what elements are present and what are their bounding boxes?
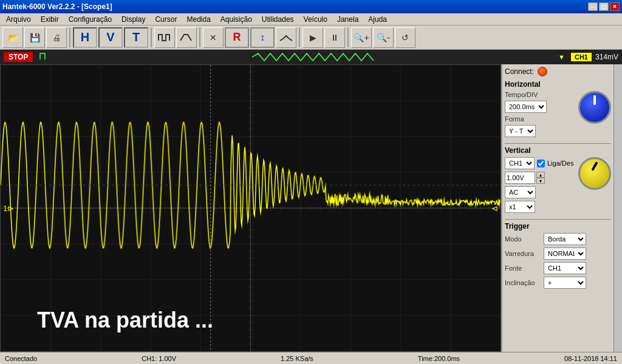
menu-medida[interactable]: Medida: [182, 14, 215, 25]
menu-arquivo[interactable]: Arquivo: [1, 14, 36, 25]
zoom-out-button[interactable]: 🔍-: [373, 27, 394, 48]
connect-area: Connect:: [505, 67, 611, 76]
menu-exibir[interactable]: Exibir: [36, 14, 64, 25]
divider-1: [505, 143, 611, 144]
tempo-div-row: Tempo/DIV: [505, 91, 576, 98]
menu-configuracao[interactable]: Configuração: [64, 14, 117, 25]
tempo-div-select-row: 200.0ms 100.0ms 50.0ms: [505, 101, 576, 113]
t-button[interactable]: T: [124, 27, 148, 48]
fonte-row: Fonte CH1 CH2 EXT: [505, 262, 611, 274]
math-button[interactable]: ✕: [203, 27, 224, 48]
horizontal-controls: Tempo/DIV 200.0ms 100.0ms 50.0ms Forma: [505, 91, 611, 140]
fonte-label: Fonte: [505, 265, 541, 272]
modo-select[interactable]: Borda Pulso Vídeo: [544, 233, 586, 245]
titlebar: Hantek-6000 Ver2.2.2 - [Scope1] ─ ◻ ✕: [0, 0, 622, 13]
main-content: 1⊳ ⊲ TVA na partida ... Connect: Horizon…: [0, 64, 622, 352]
statusbar-top: STOP ▼ CH1 314mV: [0, 50, 622, 64]
forma-select-row: Y - T X - Y: [505, 125, 576, 137]
tempo-div-select[interactable]: 200.0ms 100.0ms 50.0ms: [505, 101, 547, 113]
menu-display[interactable]: Display: [117, 14, 150, 25]
scope-annotation: TVA na partida ...: [37, 308, 213, 333]
trigger-marker: ▼: [558, 53, 565, 61]
separator-5: [347, 28, 349, 47]
forma-label: Forma: [505, 115, 541, 123]
menu-veiculo[interactable]: Veículo: [299, 14, 332, 25]
ch1-badge: CH1: [571, 53, 592, 61]
vertical-knob[interactable]: [578, 157, 611, 190]
minimize-button[interactable]: ─: [588, 2, 598, 11]
horizontal-section: Horizontal Tempo/DIV 200.0ms 100.0ms 50.…: [505, 80, 611, 140]
trigger-section: Trigger Modo Borda Pulso Vídeo Varredura…: [505, 222, 611, 289]
menu-ajuda[interactable]: Ajuda: [363, 14, 392, 25]
restore-button[interactable]: ◻: [599, 2, 609, 11]
liga-des-row: Liga/Des: [537, 160, 573, 167]
fonte-select[interactable]: CH1 CH2 EXT: [544, 262, 586, 274]
ramp-button[interactable]: [176, 27, 197, 48]
vertical-title: Vertical: [505, 146, 611, 155]
play-button[interactable]: ▶: [302, 27, 323, 48]
auto-scale-button[interactable]: ↺: [395, 27, 415, 48]
toolbar: 📂 💾 🖨 H V T ✕ R ↕ ▶ ⏸ 🔍+ 🔍- ↺: [0, 25, 622, 50]
forma-select[interactable]: Y - T X - Y: [505, 125, 536, 137]
horizontal-knob[interactable]: [578, 91, 611, 124]
save-button[interactable]: 💾: [24, 27, 45, 48]
scrollbar[interactable]: [613, 64, 622, 352]
varredura-row: Varredura NORMAL AUTO SINGLE: [505, 248, 611, 260]
scope-screen[interactable]: 1⊳ ⊲ TVA na partida ...: [0, 64, 501, 352]
liga-des-checkbox[interactable]: [537, 160, 545, 167]
h-button[interactable]: H: [73, 27, 97, 48]
inclinacao-select[interactable]: + -: [544, 277, 586, 289]
varredura-select[interactable]: NORMAL AUTO SINGLE: [544, 248, 586, 260]
menu-aquisicao[interactable]: Aquisição: [216, 14, 257, 25]
tempo-div-label: Tempo/DIV: [505, 91, 541, 98]
wave-preview-center: [67, 52, 558, 62]
fft-button[interactable]: [276, 27, 296, 48]
time-info: Time:200.0ms: [418, 355, 460, 362]
menu-janela[interactable]: Janela: [332, 14, 363, 25]
channel-row: CH1 CH2 Liga/Des: [505, 157, 576, 169]
voltage-down-button[interactable]: ▼: [536, 178, 545, 184]
cursor-button[interactable]: ↕: [250, 27, 275, 48]
voltage-up-button[interactable]: ▲: [536, 172, 545, 178]
voltage-spinner-btns: ▲ ▼: [536, 172, 545, 184]
menu-utilidades[interactable]: Utilidades: [257, 14, 299, 25]
connect-label: Connect:: [505, 67, 534, 76]
pause-button[interactable]: ⏸: [324, 27, 345, 48]
inclinacao-row: Inclinação + -: [505, 277, 611, 289]
divider-2: [505, 219, 611, 220]
ref-button[interactable]: R: [225, 27, 249, 48]
probe-select[interactable]: x1 x10 x100: [505, 201, 535, 213]
vertical-controls: CH1 CH2 Liga/Des ▲ ▼: [505, 157, 611, 215]
voltage-display: 314mV: [595, 53, 618, 61]
separator-4: [299, 28, 300, 47]
vertical-knob-indicator: [591, 161, 598, 171]
right-marker: ⊲: [491, 204, 498, 213]
open-button[interactable]: 📂: [2, 27, 23, 48]
forma-row: Forma: [505, 115, 576, 123]
horizontal-knob-indicator: [593, 95, 596, 105]
v-left: CH1 CH2 Liga/Des ▲ ▼: [505, 157, 576, 215]
app-title: Hantek-6000 Ver2.2.2 - [Scope1]: [2, 2, 112, 11]
liga-des-label: Liga/Des: [547, 160, 573, 167]
varredura-label: Varredura: [505, 250, 541, 257]
trigger-title: Trigger: [505, 222, 611, 231]
ground-marker: 1⊳: [3, 204, 14, 213]
separator-3: [199, 28, 200, 47]
modo-label: Modo: [505, 235, 541, 243]
print-button[interactable]: 🖨: [46, 27, 67, 48]
trigger-preview: [39, 51, 63, 64]
v-button[interactable]: V: [98, 27, 123, 48]
close-button[interactable]: ✕: [610, 2, 620, 11]
menu-cursor[interactable]: Cursor: [150, 14, 182, 25]
coupling-select[interactable]: AC DC GND: [505, 186, 536, 198]
zoom-in-button[interactable]: 🔍+: [351, 27, 372, 48]
ch1-info: CH1: 1.00V: [142, 355, 176, 362]
h-left: Tempo/DIV 200.0ms 100.0ms 50.0ms Forma: [505, 91, 576, 140]
statusbar-bottom: Conectado CH1: 1.00V 1.25 KSa/s Time:200…: [0, 352, 622, 364]
voltage-spinner-row: ▲ ▼: [505, 172, 576, 184]
voltage-input[interactable]: [505, 172, 535, 184]
channel-select[interactable]: CH1 CH2: [505, 157, 535, 169]
squarewave-button[interactable]: [154, 27, 175, 48]
separator-2: [151, 28, 152, 47]
datetime: 08-11-2018 14:11: [564, 355, 617, 362]
